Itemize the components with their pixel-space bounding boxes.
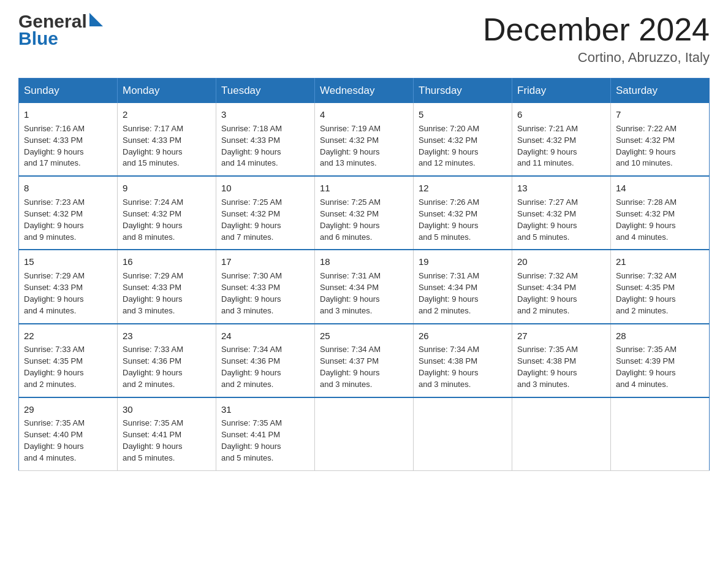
calendar-cell: 17 Sunrise: 7:30 AM Sunset: 4:33 PM Dayl… xyxy=(216,250,315,323)
day-number: 16 xyxy=(123,255,211,269)
weekday-header-row: SundayMondayTuesdayWednesdayThursdayFrid… xyxy=(19,79,710,104)
day-number: 6 xyxy=(517,108,605,121)
calendar-cell: 18 Sunrise: 7:31 AM Sunset: 4:34 PM Dayl… xyxy=(315,250,414,323)
day-info: Sunrise: 7:29 AM Sunset: 4:33 PM Dayligh… xyxy=(123,270,211,316)
month-title: December 2024 xyxy=(483,12,710,47)
day-number: 24 xyxy=(221,329,309,343)
day-info: Sunrise: 7:31 AM Sunset: 4:34 PM Dayligh… xyxy=(320,270,408,316)
calendar-cell: 4 Sunrise: 7:19 AM Sunset: 4:32 PM Dayli… xyxy=(315,103,414,176)
day-number: 23 xyxy=(123,329,211,343)
day-info: Sunrise: 7:19 AM Sunset: 4:32 PM Dayligh… xyxy=(320,123,408,169)
calendar-cell: 1 Sunrise: 7:16 AM Sunset: 4:33 PM Dayli… xyxy=(19,103,118,176)
calendar-cell: 2 Sunrise: 7:17 AM Sunset: 4:33 PM Dayli… xyxy=(118,103,216,176)
calendar-cell: 6 Sunrise: 7:21 AM Sunset: 4:32 PM Dayli… xyxy=(512,103,611,176)
calendar-cell: 15 Sunrise: 7:29 AM Sunset: 4:33 PM Dayl… xyxy=(19,250,118,323)
day-number: 30 xyxy=(123,403,211,416)
calendar-cell: 28 Sunrise: 7:35 AM Sunset: 4:39 PM Dayl… xyxy=(611,324,710,397)
calendar-cell: 22 Sunrise: 7:33 AM Sunset: 4:35 PM Dayl… xyxy=(19,324,118,397)
day-info: Sunrise: 7:31 AM Sunset: 4:34 PM Dayligh… xyxy=(419,270,507,316)
day-number: 12 xyxy=(419,182,507,195)
calendar-cell: 20 Sunrise: 7:32 AM Sunset: 4:34 PM Dayl… xyxy=(512,250,611,323)
calendar-cell xyxy=(315,397,414,471)
day-number: 22 xyxy=(24,329,112,343)
day-number: 28 xyxy=(616,329,704,343)
calendar-cell xyxy=(512,397,611,471)
day-info: Sunrise: 7:20 AM Sunset: 4:32 PM Dayligh… xyxy=(419,123,507,169)
calendar-cell: 21 Sunrise: 7:32 AM Sunset: 4:35 PM Dayl… xyxy=(611,250,710,323)
location-text: Cortino, Abruzzo, Italy xyxy=(483,50,710,66)
calendar-cell: 29 Sunrise: 7:35 AM Sunset: 4:40 PM Dayl… xyxy=(19,397,118,471)
day-number: 26 xyxy=(419,329,507,343)
day-info: Sunrise: 7:17 AM Sunset: 4:33 PM Dayligh… xyxy=(123,123,211,169)
calendar-cell: 12 Sunrise: 7:26 AM Sunset: 4:32 PM Dayl… xyxy=(414,176,512,250)
calendar-cell: 25 Sunrise: 7:34 AM Sunset: 4:37 PM Dayl… xyxy=(315,324,414,397)
day-number: 14 xyxy=(616,182,704,195)
day-number: 11 xyxy=(320,182,408,195)
weekday-header-tuesday: Tuesday xyxy=(216,79,315,104)
day-number: 7 xyxy=(616,108,704,121)
day-number: 5 xyxy=(419,108,507,121)
svg-marker-0 xyxy=(89,13,103,26)
day-number: 19 xyxy=(419,255,507,269)
calendar-cell: 19 Sunrise: 7:31 AM Sunset: 4:34 PM Dayl… xyxy=(414,250,512,323)
calendar-cell: 9 Sunrise: 7:24 AM Sunset: 4:32 PM Dayli… xyxy=(118,176,216,250)
day-info: Sunrise: 7:26 AM Sunset: 4:32 PM Dayligh… xyxy=(419,197,507,243)
day-number: 1 xyxy=(24,108,112,121)
day-number: 25 xyxy=(320,329,408,343)
day-info: Sunrise: 7:32 AM Sunset: 4:34 PM Dayligh… xyxy=(517,270,605,316)
calendar-cell: 8 Sunrise: 7:23 AM Sunset: 4:32 PM Dayli… xyxy=(19,176,118,250)
day-info: Sunrise: 7:22 AM Sunset: 4:32 PM Dayligh… xyxy=(616,123,704,169)
calendar-cell: 30 Sunrise: 7:35 AM Sunset: 4:41 PM Dayl… xyxy=(118,397,216,471)
day-info: Sunrise: 7:28 AM Sunset: 4:32 PM Dayligh… xyxy=(616,197,704,243)
day-info: Sunrise: 7:21 AM Sunset: 4:32 PM Dayligh… xyxy=(517,123,605,169)
calendar-week-row: 1 Sunrise: 7:16 AM Sunset: 4:33 PM Dayli… xyxy=(19,103,710,176)
calendar-cell: 16 Sunrise: 7:29 AM Sunset: 4:33 PM Dayl… xyxy=(118,250,216,323)
weekday-header-thursday: Thursday xyxy=(414,79,512,104)
logo-flag-icon xyxy=(89,13,103,26)
logo: General Blue xyxy=(18,12,103,48)
day-info: Sunrise: 7:35 AM Sunset: 4:41 PM Dayligh… xyxy=(221,418,309,464)
day-info: Sunrise: 7:23 AM Sunset: 4:32 PM Dayligh… xyxy=(24,197,112,243)
day-info: Sunrise: 7:24 AM Sunset: 4:32 PM Dayligh… xyxy=(123,197,211,243)
day-number: 13 xyxy=(517,182,605,195)
calendar-cell: 26 Sunrise: 7:34 AM Sunset: 4:38 PM Dayl… xyxy=(414,324,512,397)
page-header: General Blue December 2024 Cortino, Abru… xyxy=(18,12,710,66)
weekday-header-monday: Monday xyxy=(118,79,216,104)
calendar-cell xyxy=(611,397,710,471)
calendar-cell: 24 Sunrise: 7:34 AM Sunset: 4:36 PM Dayl… xyxy=(216,324,315,397)
calendar-cell: 11 Sunrise: 7:25 AM Sunset: 4:32 PM Dayl… xyxy=(315,176,414,250)
day-number: 4 xyxy=(320,108,408,121)
day-info: Sunrise: 7:27 AM Sunset: 4:32 PM Dayligh… xyxy=(517,197,605,243)
day-number: 17 xyxy=(221,255,309,269)
day-number: 21 xyxy=(616,255,704,269)
weekday-header-saturday: Saturday xyxy=(611,79,710,104)
day-number: 29 xyxy=(24,403,112,416)
calendar-table: SundayMondayTuesdayWednesdayThursdayFrid… xyxy=(18,78,710,471)
calendar-cell: 31 Sunrise: 7:35 AM Sunset: 4:41 PM Dayl… xyxy=(216,397,315,471)
day-number: 20 xyxy=(517,255,605,269)
day-info: Sunrise: 7:25 AM Sunset: 4:32 PM Dayligh… xyxy=(221,197,309,243)
day-number: 27 xyxy=(517,329,605,343)
day-info: Sunrise: 7:25 AM Sunset: 4:32 PM Dayligh… xyxy=(320,197,408,243)
calendar-cell: 14 Sunrise: 7:28 AM Sunset: 4:32 PM Dayl… xyxy=(611,176,710,250)
calendar-cell: 10 Sunrise: 7:25 AM Sunset: 4:32 PM Dayl… xyxy=(216,176,315,250)
day-number: 31 xyxy=(221,403,309,416)
day-info: Sunrise: 7:34 AM Sunset: 4:36 PM Dayligh… xyxy=(221,344,309,390)
day-number: 8 xyxy=(24,182,112,195)
weekday-header-sunday: Sunday xyxy=(19,79,118,104)
calendar-week-row: 29 Sunrise: 7:35 AM Sunset: 4:40 PM Dayl… xyxy=(19,397,710,471)
calendar-cell: 27 Sunrise: 7:35 AM Sunset: 4:38 PM Dayl… xyxy=(512,324,611,397)
day-info: Sunrise: 7:33 AM Sunset: 4:36 PM Dayligh… xyxy=(123,344,211,390)
day-info: Sunrise: 7:33 AM Sunset: 4:35 PM Dayligh… xyxy=(24,344,112,390)
day-info: Sunrise: 7:32 AM Sunset: 4:35 PM Dayligh… xyxy=(616,270,704,316)
day-info: Sunrise: 7:18 AM Sunset: 4:33 PM Dayligh… xyxy=(221,123,309,169)
calendar-cell: 13 Sunrise: 7:27 AM Sunset: 4:32 PM Dayl… xyxy=(512,176,611,250)
day-info: Sunrise: 7:35 AM Sunset: 4:39 PM Dayligh… xyxy=(616,344,704,390)
title-section: December 2024 Cortino, Abruzzo, Italy xyxy=(483,12,710,66)
day-info: Sunrise: 7:35 AM Sunset: 4:41 PM Dayligh… xyxy=(123,418,211,464)
weekday-header-wednesday: Wednesday xyxy=(315,79,414,104)
weekday-header-friday: Friday xyxy=(512,79,611,104)
day-number: 15 xyxy=(24,255,112,269)
day-info: Sunrise: 7:35 AM Sunset: 4:38 PM Dayligh… xyxy=(517,344,605,390)
day-info: Sunrise: 7:29 AM Sunset: 4:33 PM Dayligh… xyxy=(24,270,112,316)
